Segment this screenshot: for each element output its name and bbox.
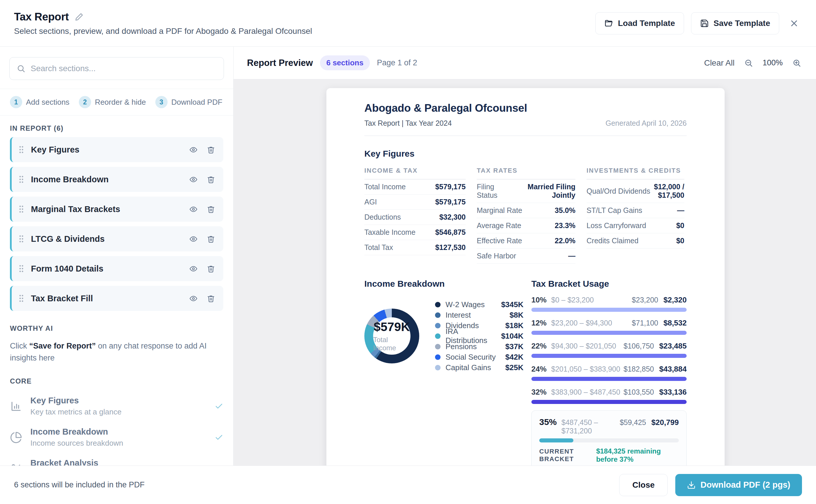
key-figure-row: Marginal Rate 35.0% xyxy=(477,203,575,218)
bracket-range: $487,450 – $731,200 xyxy=(561,418,620,435)
core-section-item[interactable]: Bracket Analysis Federal tax bracket bre… xyxy=(10,458,223,465)
core-section-item[interactable]: Income Breakdown Income sources breakdow… xyxy=(10,427,223,448)
current-bracket-bar xyxy=(539,438,679,442)
report-page: Abogado & Paralegal Ofcounsel Tax Report… xyxy=(326,88,725,465)
remove-section-button[interactable] xyxy=(206,293,216,303)
figure-label: ST/LT Cap Gains xyxy=(586,206,642,215)
bracket-rate: 12% xyxy=(531,319,546,328)
figure-label: Safe Harbor xyxy=(477,252,516,260)
remove-section-button[interactable] xyxy=(206,174,216,184)
report-meta: Tax Report | Tax Year 2024 xyxy=(364,119,452,127)
bracket-range: $201,050 – $383,900 xyxy=(551,365,624,373)
key-figure-row: ST/LT Cap Gains — xyxy=(586,203,684,218)
drag-handle-icon[interactable] xyxy=(18,235,25,243)
bracket-range: $0 – $23,200 xyxy=(551,296,632,304)
bracket-row: 10% $0 – $23,200 $23,200 $2,320 xyxy=(531,295,687,312)
wizard-step: 1 Add sections xyxy=(10,96,69,108)
legend-value: $18K xyxy=(505,321,523,330)
key-figure-row: Credits Claimed $0 xyxy=(586,233,684,249)
legend-color-dot xyxy=(435,323,441,328)
zoom-in-icon xyxy=(792,59,801,67)
core-item-title: Income Breakdown xyxy=(30,427,123,437)
bracket-rate: 10% xyxy=(531,295,546,305)
zoom-out-button[interactable] xyxy=(743,57,754,69)
clear-all-button[interactable]: Clear All xyxy=(704,58,735,68)
bracket-bar xyxy=(531,377,687,381)
section-card-title: Marginal Tax Brackets xyxy=(31,204,188,214)
core-item-description: Income sources breakdown xyxy=(30,439,123,448)
drag-handle-icon[interactable] xyxy=(18,175,25,184)
save-template-button[interactable]: Save Template xyxy=(691,12,779,34)
legend-color-dot xyxy=(435,354,441,360)
trash-icon xyxy=(207,205,215,213)
eye-icon xyxy=(189,235,197,243)
report-section-card[interactable]: LTCG & Dividends xyxy=(10,226,223,251)
modal-header: Tax Report Select sections, preview, and… xyxy=(0,0,816,47)
eye-icon xyxy=(189,176,197,183)
figure-value: $12,000 / $17,500 xyxy=(654,183,684,199)
current-bracket-label: CURRENT BRACKET xyxy=(539,448,596,463)
eye-icon xyxy=(189,205,197,213)
income-donut-chart: $579K Total Income xyxy=(364,309,419,363)
report-section-card[interactable]: Form 1040 Details xyxy=(10,256,223,281)
figure-label: Marginal Rate xyxy=(477,206,522,215)
legend-label: Social Security xyxy=(445,353,505,362)
remove-section-button[interactable] xyxy=(206,145,216,155)
drag-handle-icon[interactable] xyxy=(18,145,25,154)
search-input[interactable] xyxy=(31,64,217,73)
drag-handle-icon[interactable] xyxy=(18,264,25,273)
legend-color-dot xyxy=(435,344,441,349)
donut-total-label: Total Income xyxy=(373,336,410,352)
bracket-amount: $182,850 xyxy=(624,365,654,373)
report-section-card[interactable]: Income Breakdown xyxy=(10,167,223,192)
drag-handle-icon[interactable] xyxy=(18,205,25,213)
figure-label: Total Tax xyxy=(364,243,393,252)
remove-section-button[interactable] xyxy=(206,204,216,214)
section-card-title: Tax Bracket Fill xyxy=(31,294,188,303)
page-indicator: Page 1 of 2 xyxy=(377,58,417,67)
preview-header: Report Preview 6 sections Page 1 of 2 Cl… xyxy=(234,47,816,79)
zoom-in-button[interactable] xyxy=(791,57,803,69)
core-label: CORE xyxy=(10,377,223,385)
remove-section-button[interactable] xyxy=(206,264,216,274)
key-figures-column: TAX RATES Filing Status Married Filing J… xyxy=(477,167,575,264)
eye-icon xyxy=(189,146,197,154)
report-section-card[interactable]: Key Figures xyxy=(10,137,223,162)
drag-handle-icon[interactable] xyxy=(18,294,25,303)
trash-icon xyxy=(207,265,215,273)
toggle-visibility-button[interactable] xyxy=(188,293,198,303)
step-label: Download PDF xyxy=(171,98,223,107)
figure-label: Total Income xyxy=(364,183,406,191)
preview-canvas: Abogado & Paralegal Ofcounsel Tax Report… xyxy=(234,79,816,465)
check-icon xyxy=(215,433,223,442)
toggle-visibility-button[interactable] xyxy=(188,174,198,184)
close-button[interactable]: Close xyxy=(619,474,668,496)
close-modal-button[interactable] xyxy=(786,15,802,31)
legend-label: Capital Gains xyxy=(445,363,505,372)
sections-sidebar: 1 Add sections 2 Reorder & hide 3 Downlo… xyxy=(0,47,234,465)
wizard-step: 2 Reorder & hide xyxy=(79,96,146,108)
toggle-visibility-button[interactable] xyxy=(188,145,198,155)
core-section-item[interactable]: Key Figures Key tax metrics at a glance xyxy=(10,396,223,417)
report-section-card[interactable]: Tax Bracket Fill xyxy=(10,286,223,311)
download-pdf-button[interactable]: Download PDF (2 pgs) xyxy=(675,474,802,496)
step-number-badge: 1 xyxy=(10,96,22,108)
legend-color-dot xyxy=(435,333,441,339)
figure-label: AGI xyxy=(364,198,377,206)
toggle-visibility-button[interactable] xyxy=(188,204,198,214)
download-icon xyxy=(687,481,696,489)
report-generated-date: Generated April 10, 2026 xyxy=(605,119,687,127)
save-icon xyxy=(700,19,709,28)
modal-footer: 6 sections will be included in the PDF C… xyxy=(0,465,816,504)
load-template-button[interactable]: Load Template xyxy=(595,12,684,34)
step-number-badge: 3 xyxy=(155,96,167,108)
bracket-rate: 32% xyxy=(531,388,546,397)
edit-title-button[interactable] xyxy=(75,13,83,21)
section-card-title: Income Breakdown xyxy=(31,175,188,184)
remove-section-button[interactable] xyxy=(206,234,216,244)
toggle-visibility-button[interactable] xyxy=(188,234,198,244)
tax-bracket-heading: Tax Bracket Usage xyxy=(531,279,687,289)
toggle-visibility-button[interactable] xyxy=(188,264,198,274)
bracket-range: $23,200 – $94,300 xyxy=(551,319,632,327)
report-section-card[interactable]: Marginal Tax Brackets xyxy=(10,197,223,222)
